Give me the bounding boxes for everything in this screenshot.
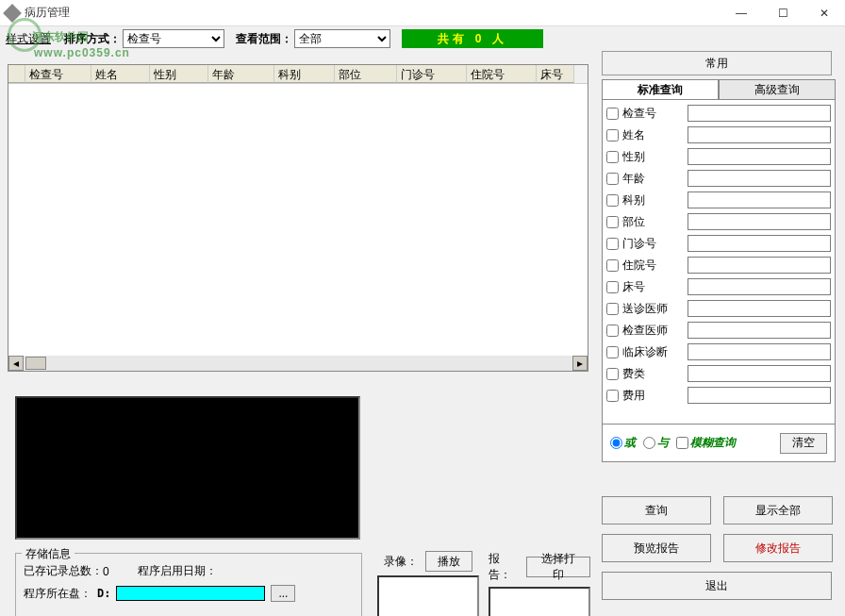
image-preview (15, 396, 360, 540)
query-field-label: 临床诊断 (622, 344, 688, 360)
query-row: 送诊医师 (606, 298, 831, 319)
play-button[interactable]: 播放 (425, 551, 472, 572)
query-field-label: 床号 (622, 279, 688, 295)
col-part[interactable]: 部位 (335, 65, 397, 83)
query-field-label: 检查号 (622, 106, 688, 122)
query-row: 费类 (606, 363, 831, 384)
query-field-label: 住院号 (622, 258, 688, 274)
show-all-button[interactable]: 显示全部 (723, 496, 833, 524)
sort-label: 排序方式： (64, 31, 121, 47)
query-field-input[interactable] (688, 257, 831, 274)
query-field-label: 性别 (622, 149, 688, 165)
maximize-button[interactable]: ☐ (762, 0, 804, 26)
col-outpatient[interactable]: 门诊号 (397, 65, 467, 83)
titlebar: 病历管理 — ☐ ✕ (0, 0, 845, 26)
browse-disk-button[interactable]: ... (271, 585, 295, 602)
query-field-label: 年龄 (622, 171, 688, 187)
common-button[interactable]: 常用 (602, 51, 832, 75)
query-field-label: 费类 (622, 366, 688, 382)
query-field-checkbox[interactable] (606, 368, 619, 380)
minimize-button[interactable]: — (721, 0, 762, 26)
query-field-checkbox[interactable] (606, 281, 619, 293)
query-field-input[interactable] (688, 300, 831, 317)
query-field-checkbox[interactable] (606, 238, 619, 250)
query-field-checkbox[interactable] (606, 108, 619, 120)
range-select[interactable]: 全部 (294, 29, 390, 48)
col-sex[interactable]: 性别 (150, 65, 208, 83)
query-field-checkbox[interactable] (606, 346, 619, 358)
preview-report-button[interactable]: 预览报告 (602, 534, 711, 562)
records-table[interactable]: 检查号 姓名 性别 年龄 科别 部位 门诊号 住院号 床号 ◂ ▸ (8, 64, 588, 372)
query-field-label: 部位 (622, 214, 688, 230)
query-field-checkbox[interactable] (606, 194, 619, 207)
tab-standard-query[interactable]: 标准查询 (602, 79, 719, 100)
query-field-input[interactable] (688, 387, 831, 404)
query-field-input[interactable] (688, 343, 831, 360)
col-exam-no[interactable]: 检查号 (25, 65, 91, 83)
query-field-checkbox[interactable] (606, 151, 619, 163)
query-field-input[interactable] (688, 365, 831, 382)
query-field-input[interactable] (688, 191, 831, 208)
record-report-area: 录像： 播放 报告： 选择打印 (377, 551, 590, 616)
query-field-checkbox[interactable] (606, 303, 619, 315)
col-bed[interactable]: 床号 (537, 65, 574, 83)
right-pane: 常用 标准查询 高级查询 检查号姓名性别年龄科别部位门诊号住院号床号送诊医师检查… (602, 51, 836, 600)
start-date-label: 程序启用日期： (138, 563, 217, 579)
query-field-label: 检查医师 (622, 323, 688, 339)
modify-report-button[interactable]: 修改报告 (723, 534, 833, 562)
query-field-checkbox[interactable] (606, 129, 619, 142)
sort-select[interactable]: 检查号 (123, 29, 224, 48)
query-field-input[interactable] (688, 213, 831, 230)
scroll-right-arrow[interactable]: ▸ (572, 356, 588, 371)
clear-button[interactable]: 清空 (780, 433, 827, 454)
query-row: 科别 (606, 190, 831, 210)
video-box (377, 575, 479, 616)
query-field-input[interactable] (688, 322, 831, 339)
table-hscroll[interactable]: ◂ ▸ (8, 356, 588, 371)
query-row: 部位 (606, 211, 831, 232)
query-field-input[interactable] (688, 148, 831, 165)
query-field-input[interactable] (688, 105, 831, 122)
query-field-checkbox[interactable] (606, 325, 619, 337)
exit-button[interactable]: 退出 (602, 572, 832, 600)
query-field-input[interactable] (688, 170, 831, 187)
disk-label: 程序所在盘： (24, 586, 91, 602)
row-header-corner (8, 65, 25, 83)
scroll-left-arrow[interactable]: ◂ (8, 356, 24, 371)
col-dept[interactable]: 科别 (274, 65, 335, 83)
query-field-checkbox[interactable] (606, 173, 619, 185)
query-field-checkbox[interactable] (606, 390, 619, 402)
scroll-thumb[interactable] (25, 357, 46, 370)
query-field-input[interactable] (688, 235, 831, 252)
style-settings-link[interactable]: 样式设置 (6, 31, 51, 47)
query-field-checkbox[interactable] (606, 259, 619, 272)
col-name[interactable]: 姓名 (91, 65, 150, 83)
col-age[interactable]: 年龄 (208, 65, 274, 83)
col-inpatient[interactable]: 住院号 (467, 65, 537, 83)
query-panel[interactable]: 检查号姓名性别年龄科别部位门诊号住院号床号送诊医师检查医师临床诊断费类费用 (602, 100, 836, 425)
close-button[interactable]: ✕ (804, 0, 845, 26)
opt-and[interactable]: 与 (643, 435, 669, 451)
query-field-label: 姓名 (622, 127, 688, 143)
video-label: 录像： (384, 554, 418, 570)
record-count-label: 已存记录总数： (24, 563, 103, 579)
storage-group: 存储信息 已存记录总数： 0 程序启用日期： 程序所在盘： D: ... (15, 553, 362, 616)
query-field-input[interactable] (688, 278, 831, 295)
tab-advanced-query[interactable]: 高级查询 (719, 79, 836, 100)
left-pane: 检查号 姓名 性别 年龄 科别 部位 门诊号 住院号 床号 ◂ ▸ 存储信息 已… (8, 64, 588, 372)
query-field-label: 科别 (622, 192, 688, 208)
opt-fuzzy[interactable]: 模糊查询 (676, 435, 736, 451)
query-field-checkbox[interactable] (606, 216, 619, 228)
report-label: 报告： (489, 551, 519, 583)
query-row: 床号 (606, 276, 831, 297)
storage-legend: 存储信息 (22, 546, 75, 562)
query-field-label: 送诊医师 (622, 301, 688, 317)
disk-letter: D: (97, 587, 110, 600)
query-button[interactable]: 查询 (602, 496, 711, 524)
query-row: 姓名 (606, 125, 831, 145)
query-field-label: 费用 (622, 388, 688, 404)
query-row: 检查医师 (606, 320, 831, 341)
opt-or[interactable]: 或 (610, 435, 636, 451)
query-field-input[interactable] (688, 126, 831, 143)
choose-print-button[interactable]: 选择打印 (526, 557, 590, 577)
